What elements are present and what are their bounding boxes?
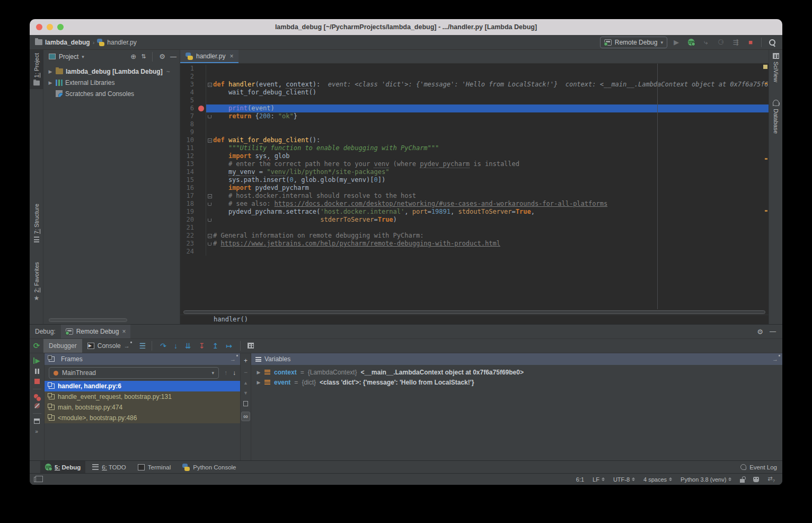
project-view-selector[interactable]: Project xyxy=(59,53,78,60)
frame-row[interactable]: handle_event_request, bootstrap.py:131 xyxy=(45,391,240,402)
breakpoint-icon[interactable] xyxy=(198,106,204,111)
resume-button[interactable]: ▶ xyxy=(33,358,40,364)
attach-profiler-button[interactable]: ⤷ xyxy=(700,37,712,48)
code-line-14[interactable]: 14 my_venv = "venv/lib/python*/site-pack… xyxy=(180,168,769,176)
variable-row[interactable]: ▶context={LambdaContext}<__main__.Lambda… xyxy=(251,367,782,377)
next-frame-button[interactable]: ↓ xyxy=(233,369,236,377)
skip-breakpoints-button[interactable]: ⇶ xyxy=(730,37,742,48)
warning-stripe-mark[interactable] xyxy=(765,83,767,84)
inspection-status-marker[interactable] xyxy=(763,65,767,69)
fold-end-icon[interactable] xyxy=(208,219,211,222)
fold-open-icon[interactable] xyxy=(208,83,212,87)
fold-marker[interactable] xyxy=(206,240,213,248)
frame-row[interactable]: <module>, bootstrap.py:486 xyxy=(45,413,240,423)
sidebar-item-favorites[interactable]: 2: Favorites ★ xyxy=(30,259,43,304)
inspections-hector-icon[interactable] xyxy=(753,477,759,482)
fold-open-icon[interactable] xyxy=(208,138,212,143)
frame-row[interactable]: main, bootstrap.py:474 xyxy=(45,402,240,413)
toolwindow-tab-pythonconsole[interactable]: Python Console xyxy=(178,461,241,474)
force-step-into-button[interactable]: ↧ xyxy=(199,342,205,350)
code-line-1[interactable]: 1 xyxy=(180,65,769,73)
duplicate-watch-button[interactable] xyxy=(243,401,248,406)
view-options-icon[interactable]: ☰ xyxy=(135,342,151,350)
code-line-6[interactable]: 6 print(event) xyxy=(180,104,769,112)
fold-marker[interactable] xyxy=(206,192,213,200)
pause-button[interactable] xyxy=(35,369,39,374)
step-into-my-code-button[interactable]: ⇊ xyxy=(185,342,191,350)
code-line-17[interactable]: 17 # host.docker.internal should resolve… xyxy=(180,192,769,200)
breadcrumb-file[interactable]: handler.py xyxy=(107,39,136,46)
code-line-3[interactable]: 3def handler(event, context): event: <cl… xyxy=(180,81,769,89)
step-out-button[interactable]: ↥ xyxy=(213,342,219,350)
toolwindow-tab-terminal[interactable]: Terminal xyxy=(133,461,175,474)
rerun-button[interactable]: ⟳ xyxy=(30,341,43,351)
fold-marker[interactable] xyxy=(206,200,213,208)
gutter-spacer[interactable] xyxy=(196,160,206,168)
caret-position[interactable]: 6:1 xyxy=(576,476,584,483)
gutter-spacer[interactable] xyxy=(196,240,206,248)
sync-icon[interactable]: ⇄? xyxy=(767,475,775,483)
fold-marker[interactable] xyxy=(206,232,213,240)
hide-panel-icon[interactable]: — xyxy=(170,54,176,60)
gutter-spacer[interactable] xyxy=(196,112,206,120)
breadcrumb-project[interactable]: lambda_debug xyxy=(45,39,90,46)
code-line-13[interactable]: 13 # enter the correct path here to your… xyxy=(180,160,769,168)
code-line-21[interactable]: 21 xyxy=(180,224,769,232)
step-over-button[interactable]: ↷ xyxy=(160,342,166,350)
fold-end-icon[interactable] xyxy=(208,242,211,246)
tree-item-external[interactable]: ▶External Libraries xyxy=(43,77,180,88)
fold-open-icon[interactable] xyxy=(208,194,212,198)
sidebar-item-structure[interactable]: 7: Structure xyxy=(30,201,43,246)
tree-item-lambda_debug[interactable]: ▶lambda_debug [Lambda Debug]~ xyxy=(43,66,180,77)
event-log-button[interactable]: Event Log xyxy=(740,464,777,470)
code-line-7[interactable]: 7 return {200: "ok"} xyxy=(180,112,769,120)
search-everywhere-button[interactable] xyxy=(766,37,778,48)
project-horizontal-scrollbar[interactable] xyxy=(49,318,127,322)
fold-end-icon[interactable] xyxy=(208,115,211,118)
show-watches-toggle[interactable]: ∞ xyxy=(241,412,250,421)
run-with-coverage-button[interactable]: ⚆ xyxy=(715,37,727,48)
code-line-24[interactable]: 24 xyxy=(180,248,769,256)
toolwindow-tab-debug[interactable]: 5: Debug xyxy=(40,461,85,474)
fold-marker[interactable] xyxy=(206,81,213,89)
gutter-spacer[interactable] xyxy=(196,144,206,152)
fold-end-icon[interactable] xyxy=(208,203,211,206)
gutter-spacer[interactable] xyxy=(196,168,206,176)
line-separator-widget[interactable]: LF xyxy=(593,476,605,483)
code-line-20[interactable]: 20 stderrToServer=True) xyxy=(180,216,769,224)
gutter-spacer[interactable] xyxy=(196,152,206,160)
toolwindow-tab-todo[interactable]: 6: TODO xyxy=(87,461,131,474)
gutter-spacer[interactable] xyxy=(196,248,206,256)
gutter-spacer[interactable] xyxy=(196,136,206,144)
fold-marker[interactable] xyxy=(206,136,213,144)
run-config-selector[interactable]: Remote Debug ▾ xyxy=(600,37,667,48)
gutter-spacer[interactable] xyxy=(196,232,206,240)
pin-icon[interactable]: → xyxy=(230,356,236,362)
code-line-22[interactable]: 22# General information on remote debugg… xyxy=(180,232,769,240)
code-line-16[interactable]: 16 import pydevd_pycharm xyxy=(180,184,769,192)
fold-marker[interactable] xyxy=(206,216,213,224)
gutter-spacer[interactable] xyxy=(196,176,206,184)
gear-icon[interactable]: ⚙ xyxy=(159,53,165,60)
editor-horizontal-scrollbar[interactable] xyxy=(183,310,765,314)
close-icon[interactable]: × xyxy=(122,328,126,335)
previous-frame-button[interactable]: ↑ xyxy=(224,369,227,377)
run-to-cursor-button[interactable]: ↦ xyxy=(226,342,232,350)
sidebar-item-sciview[interactable]: SciView xyxy=(769,50,782,85)
pin-icon[interactable]: → xyxy=(772,356,778,362)
stop-button[interactable] xyxy=(34,379,40,384)
fold-marker[interactable] xyxy=(206,112,213,120)
interpreter-widget[interactable]: Python 3.8 (venv) xyxy=(681,476,731,483)
gutter-spacer[interactable] xyxy=(196,184,206,192)
gutter-spacer[interactable] xyxy=(196,192,206,200)
restore-layout-button[interactable] xyxy=(34,419,40,424)
stop-button[interactable]: ■ xyxy=(745,37,756,48)
code-line-11[interactable]: 11 """Utility function to enable debuggi… xyxy=(180,144,769,152)
move-watch-up-button[interactable]: ▲ xyxy=(243,381,248,386)
collapse-all-icon[interactable]: ⇅ xyxy=(141,54,146,59)
code-line-10[interactable]: 10def wait_for_debug_client(): xyxy=(180,136,769,144)
breakpoint-gutter[interactable] xyxy=(196,104,206,112)
add-watch-button[interactable]: + xyxy=(244,358,248,364)
gutter-spacer[interactable] xyxy=(196,97,206,104)
code-line-18[interactable]: 18 # see also: https://docs.docker.com/d… xyxy=(180,200,769,208)
